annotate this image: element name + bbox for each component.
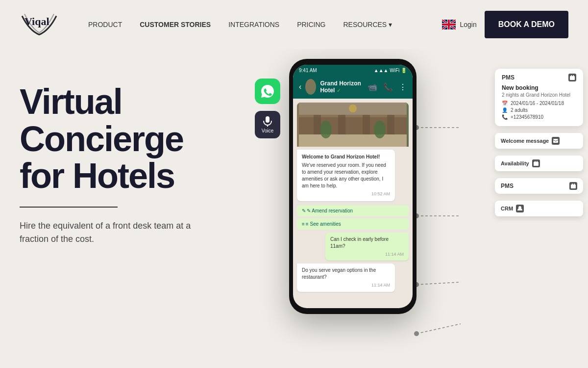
welcome-card-label: Welcome message — [501, 138, 549, 144]
svg-rect-28 — [535, 161, 536, 163]
booking-title: New booking — [502, 84, 576, 91]
pms-cards-container: PMS New booking 2 nights at Grand Horizo… — [495, 69, 583, 216]
main-nav: PRODUCT CUSTOMER STORIES INTEGRATIONS PR… — [88, 21, 442, 28]
header: Viqal PRODUCT CUSTOMER STORIES INTEGRATI… — [0, 0, 588, 49]
svg-point-20 — [349, 105, 357, 112]
user-message-bubble: Can I check in early before 11am? 11:14 … — [325, 233, 409, 261]
logo-icon: Viqal — [20, 10, 59, 39]
phone-screen: 9:41 AM ▲▲▲ WiFi 🔋 ‹ Grand Horizon Hotel… — [293, 65, 413, 308]
verified-icon: ✓ — [337, 88, 341, 93]
user-msg-time: 11:14 AM — [330, 251, 404, 258]
msg-time-1: 10:52 AM — [302, 191, 390, 197]
pms-card-2: PMS — [495, 178, 583, 194]
crm-card: CRM — [495, 201, 583, 216]
nav-integrations[interactable]: INTEGRATIONS — [228, 21, 279, 28]
nav-customer-stories[interactable]: CUSTOMER STORIES — [140, 21, 211, 28]
nav-pricing[interactable]: PRICING — [297, 21, 325, 28]
nav-resources[interactable]: RESOURCES ▾ — [343, 21, 392, 28]
amend-reservation-btn[interactable]: ✎ ✎ Amend reservation — [297, 205, 409, 216]
header-right: Login BOOK A DEMO — [442, 11, 568, 38]
svg-rect-10 — [266, 116, 270, 123]
phone-mockup-area: Voice 9:41 AM ▲▲▲ WiFi 🔋 ‹ G — [245, 59, 588, 368]
svg-line-8 — [416, 324, 461, 334]
more-icon: ⋮ — [399, 82, 407, 92]
svg-rect-30 — [571, 184, 576, 188]
phone-signal: ▲▲▲ WiFi 🔋 — [374, 68, 407, 73]
uk-flag-icon — [442, 20, 456, 29]
availability-label: Availability — [501, 160, 529, 166]
crm-label: CRM — [501, 206, 513, 211]
phone-time: 9:41 AM — [299, 68, 317, 73]
svg-text:Viqal: Viqal — [24, 15, 49, 27]
crm-icon — [516, 205, 524, 212]
edit-icon: ✎ — [302, 208, 306, 213]
hero-section: Virtual Concierge for Hotels Hire the eq… — [0, 49, 588, 368]
chevron-down-icon: ▾ — [389, 21, 392, 28]
hotel-name: Grand Horizon Hotel ✓ — [320, 80, 364, 94]
pms-label-2: PMS — [501, 183, 514, 189]
svg-rect-29 — [537, 161, 538, 163]
hotel-avatar — [305, 79, 316, 95]
video-icon: 📹 — [368, 82, 377, 92]
svg-rect-27 — [534, 162, 539, 166]
phone-num-icon: 📞 — [502, 114, 508, 120]
svg-rect-32 — [574, 184, 575, 185]
pms-icon-2 — [569, 182, 577, 190]
user-message-row: Can I check in early before 11am? 11:14 … — [297, 233, 409, 261]
language-selector[interactable]: Login — [442, 20, 476, 29]
svg-rect-23 — [570, 76, 575, 80]
bot-msg-time-2: 11:14 AM — [302, 282, 390, 289]
hero-subtitle: Hire the equivalent of a front desk team… — [20, 219, 206, 246]
hotel-image — [297, 103, 409, 147]
whatsapp-icon[interactable] — [255, 79, 280, 104]
action-buttons: ✎ ✎ Amend reservation ≡ ≡ See amenities — [297, 205, 409, 230]
list-icon: ≡ — [302, 221, 305, 227]
booking-sub: 2 nights at Grand Horizon Hotel — [502, 92, 576, 98]
calendar-icon: 📅 — [502, 101, 508, 106]
see-amenities-btn[interactable]: ≡ ≡ See amenities — [297, 218, 409, 230]
welcome-message-bubble: Welcome to Grand Horizon Hotel! We've re… — [297, 150, 395, 201]
availability-card: Availability — [495, 156, 583, 171]
pms-label-1: PMS — [502, 74, 514, 81]
welcome-message-card: Welcome message — [495, 133, 583, 149]
chat-actions: 📹 📞 ⋮ — [368, 82, 407, 92]
hero-title: Virtual Concierge for Hotels — [20, 83, 206, 195]
voice-label: Voice — [262, 128, 273, 133]
chat-header: ‹ Grand Horizon Hotel ✓ 📹 📞 ⋮ — [293, 76, 413, 99]
welcome-card-icon — [552, 137, 560, 145]
voice-button[interactable]: Voice — [255, 111, 280, 138]
hero-text: Virtual Concierge for Hotels Hire the eq… — [20, 64, 206, 246]
phone-status-bar: 9:41 AM ▲▲▲ WiFi 🔋 — [293, 65, 413, 76]
back-icon: ‹ — [299, 82, 301, 91]
svg-rect-25 — [573, 75, 574, 77]
phone-row: 📞 +12345678910 — [502, 114, 576, 120]
svg-rect-19 — [299, 134, 407, 147]
pms-icon-1 — [568, 74, 576, 81]
welcome-text: We've reserved your room. If you need to… — [302, 162, 390, 189]
svg-point-9 — [414, 331, 419, 336]
svg-rect-26 — [553, 139, 558, 143]
phone-icon: 📞 — [383, 82, 393, 92]
chat-body: Welcome to Grand Horizon Hotel! We've re… — [293, 99, 413, 296]
guests-row: 👤 2 adults — [502, 107, 576, 113]
login-link[interactable]: Login — [460, 21, 476, 28]
welcome-hotel-name: Welcome to Grand Horizon Hotel! — [302, 154, 390, 160]
book-demo-button[interactable]: BOOK A DEMO — [485, 11, 568, 38]
nav-product[interactable]: PRODUCT — [88, 21, 122, 28]
hero-divider — [20, 207, 118, 208]
svg-rect-24 — [571, 75, 572, 77]
availability-icon — [532, 159, 540, 167]
date-row: 📅 2024/01/16 - 2024/01/18 — [502, 101, 576, 106]
logo[interactable]: Viqal — [20, 10, 59, 39]
phone-frame: 9:41 AM ▲▲▲ WiFi 🔋 ‹ Grand Horizon Hotel… — [289, 59, 416, 314]
bot-message-bubble-2: Do you serve vegan options in the restau… — [297, 263, 395, 292]
person-icon: 👤 — [502, 107, 508, 113]
svg-point-22 — [374, 121, 386, 138]
microphone-icon — [262, 116, 273, 127]
svg-point-21 — [320, 121, 332, 138]
svg-rect-31 — [572, 184, 573, 185]
new-booking-card: PMS New booking 2 nights at Grand Horizo… — [495, 69, 583, 126]
svg-line-6 — [416, 282, 461, 285]
